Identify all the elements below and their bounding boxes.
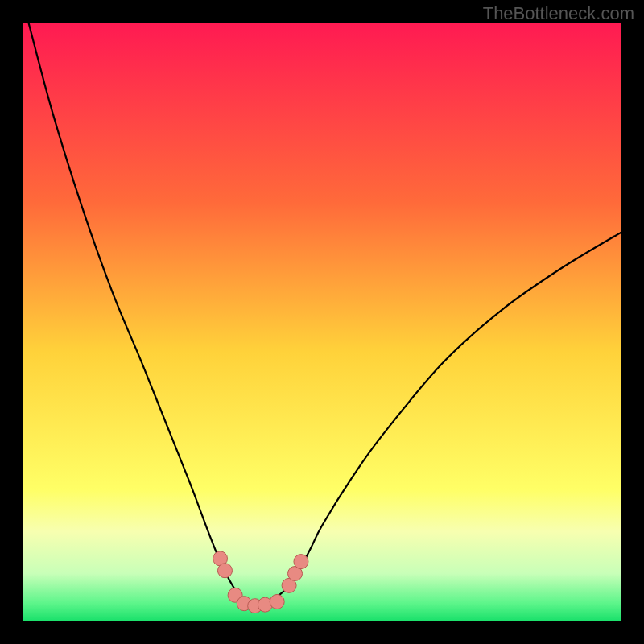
watermark-text: TheBottleneck.com [483,3,634,24]
heatmap-background [23,23,621,621]
data-point [270,594,284,609]
data-point [294,555,308,569]
data-point [217,564,232,578]
chart-frame: TheBottleneck.com [0,0,644,644]
chart-svg [23,23,621,621]
plot-area [23,23,621,621]
